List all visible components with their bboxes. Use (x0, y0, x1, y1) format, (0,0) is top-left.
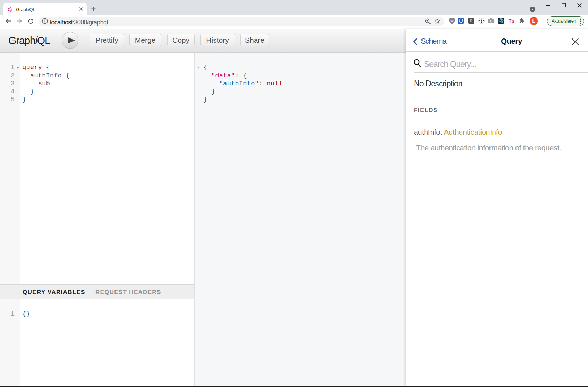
svg-text:UO: UO (451, 20, 454, 22)
svg-text:P: P (470, 19, 472, 23)
